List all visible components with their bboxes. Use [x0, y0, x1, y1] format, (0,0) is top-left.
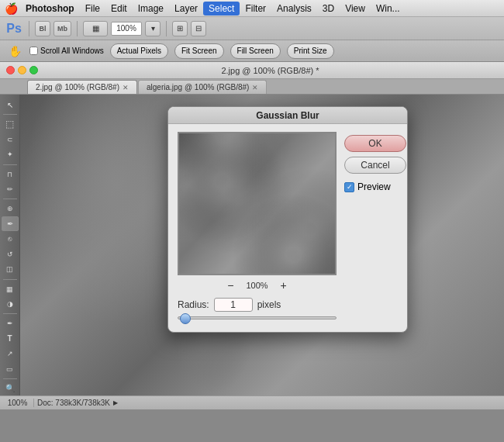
toolbar-sep-2	[77, 21, 78, 36]
preview-checkbox[interactable]: ✓ Preview	[344, 181, 406, 192]
eyedropper-tool[interactable]: ✏	[2, 182, 19, 196]
eraser-tool[interactable]: ◫	[2, 262, 19, 276]
toolbar-zoom-btn[interactable]: ▾	[145, 21, 161, 36]
cancel-button[interactable]: Cancel	[344, 157, 406, 174]
menu-select[interactable]: Select	[203, 2, 240, 16]
tab-algeria-close[interactable]: ✕	[252, 84, 258, 92]
scroll-all-checkbox[interactable]: Scroll All Windows	[29, 47, 104, 55]
tab-algeria[interactable]: algeria.jpg @ 100% (RGB/8#) ✕	[138, 80, 267, 94]
radius-label: Radius:	[178, 299, 209, 310]
slider-thumb[interactable]	[180, 313, 191, 324]
toolbar-sep-3	[166, 21, 167, 36]
tool-sep-5	[3, 313, 17, 314]
maximize-button[interactable]	[29, 66, 38, 74]
radius-row: Radius: pixels	[178, 298, 398, 312]
tool-sep-6	[3, 378, 17, 379]
slider-container	[168, 312, 407, 319]
tab-2jpg-close[interactable]: ✕	[123, 84, 129, 92]
toolbar-btn-mb[interactable]: Mb	[54, 21, 71, 36]
dodge-tool[interactable]: ◑	[2, 297, 19, 311]
toolbar-sep-1	[29, 21, 29, 36]
menu-image[interactable]: Image	[133, 2, 169, 16]
shape-tool[interactable]: ▭	[2, 361, 19, 375]
close-button[interactable]	[6, 66, 15, 74]
hand-tool-icon[interactable]: ✋	[6, 43, 23, 60]
menu-bar: 🍎 Photoshop File Edit Image Layer Select…	[0, 0, 504, 17]
preview-check-icon: ✓	[344, 182, 354, 192]
tabs-bar: 2.jpg @ 100% (RGB/8#) ✕ algeria.jpg @ 10…	[0, 79, 504, 95]
pen-tool[interactable]: ✒	[2, 316, 19, 330]
stamp-tool[interactable]: ⎋	[2, 232, 19, 246]
ok-button[interactable]: OK	[344, 135, 406, 152]
type-tool[interactable]: T	[2, 331, 19, 345]
menu-3d[interactable]: 3D	[317, 2, 340, 16]
photoshop-logo: Ps	[5, 19, 23, 38]
traffic-lights	[6, 66, 38, 74]
tool-sep-4	[3, 279, 17, 280]
radius-section: Radius: pixels	[168, 292, 407, 312]
selection-tool[interactable]: ↖	[2, 98, 19, 112]
path-select-tool[interactable]: ↗	[2, 347, 19, 361]
toolbar-extra-btn2[interactable]: ⊟	[191, 21, 206, 36]
actual-pixels-btn[interactable]: Actual Pixels	[110, 43, 168, 59]
toolbar: Ps Bl Mb ▦ 100% ▾ ⊞ ⊟	[0, 17, 504, 40]
history-brush-tool[interactable]: ↺	[2, 247, 19, 261]
options-bar: ✋ Scroll All Windows Actual Pixels Fit S…	[0, 40, 504, 62]
apple-logo-icon[interactable]: 🍎	[3, 0, 19, 17]
menu-filter[interactable]: Filter	[240, 2, 271, 16]
fit-screen-btn[interactable]: Fit Screen	[174, 43, 224, 59]
menu-view[interactable]: View	[340, 2, 371, 16]
dialog-content: − 100% + OK Cancel ✓ Preview	[168, 124, 407, 292]
radius-input[interactable]	[214, 298, 253, 312]
status-arrow-btn[interactable]: ▶	[113, 399, 118, 406]
window-title-bar: 2.jpg @ 100% (RGB/8#) *	[0, 62, 504, 79]
window-title: 2.jpg @ 100% (RGB/8#) *	[43, 66, 498, 75]
tab-2jpg[interactable]: 2.jpg @ 100% (RGB/8#) ✕	[27, 80, 137, 94]
gaussian-blur-dialog: Gaussian Blur − 100% + OK Cancel ✓	[167, 106, 408, 333]
healing-brush-tool[interactable]: ⊕	[2, 202, 19, 216]
menu-window[interactable]: Win...	[371, 2, 406, 16]
dialog-buttons: OK Cancel ✓ Preview	[344, 132, 406, 292]
tool-sep-3	[3, 199, 17, 199]
toolbar-extra-btn[interactable]: ⊞	[172, 21, 188, 36]
preview-area: − 100% +	[178, 132, 337, 292]
tool-sep-1	[3, 114, 17, 115]
dialog-title-bar: Gaussian Blur	[168, 107, 407, 124]
status-doc-info: Doc: 738k3K/738k3K	[37, 399, 110, 407]
crop-tool[interactable]: ⊓	[2, 167, 19, 181]
toolbar-mode-btn[interactable]: ▦	[83, 21, 108, 36]
print-size-btn[interactable]: Print Size	[287, 43, 334, 59]
status-zoom: 100%	[5, 399, 34, 407]
zoom-display: 100%	[111, 22, 142, 36]
zoom-tool[interactable]: 🔍	[2, 382, 19, 395]
menu-edit[interactable]: Edit	[105, 2, 133, 16]
zoom-minus-btn[interactable]: −	[227, 279, 233, 292]
marquee-tool[interactable]: ⬚	[2, 117, 19, 131]
menu-layer[interactable]: Layer	[169, 2, 203, 16]
left-toolbar: ↖ ⬚ ⊂ ✦ ⊓ ✏ ⊕ ✒ ⎋ ↺ ◫ ▦ ◑ ✒ T ↗ ▭ 🔍	[0, 95, 20, 395]
preview-canvas	[178, 132, 337, 275]
preview-label: Preview	[357, 181, 391, 192]
magic-wand-tool[interactable]: ✦	[2, 147, 19, 161]
brush-tool[interactable]: ✒	[2, 216, 19, 231]
zoom-plus-btn[interactable]: +	[281, 279, 287, 292]
lasso-tool[interactable]: ⊂	[2, 133, 19, 147]
menu-analysis[interactable]: Analysis	[271, 2, 317, 16]
canvas-area: Gaussian Blur − 100% + OK Cancel ✓	[20, 95, 504, 395]
fill-screen-btn[interactable]: Fill Screen	[230, 43, 281, 59]
pixels-label: pixels	[257, 299, 281, 310]
status-bar: 100% Doc: 738k3K/738k3K ▶	[0, 395, 504, 409]
menu-photoshop[interactable]: Photoshop	[20, 2, 80, 16]
scroll-all-label: Scroll All Windows	[40, 47, 104, 55]
scroll-all-input[interactable]	[29, 47, 38, 55]
dialog-title: Gaussian Blur	[256, 110, 319, 121]
gradient-tool[interactable]: ▦	[2, 281, 19, 295]
minimize-button[interactable]	[18, 66, 26, 74]
status-info: Doc: 738k3K/738k3K ▶	[37, 399, 499, 407]
toolbar-btn-bw[interactable]: Bl	[35, 21, 50, 36]
preview-controls: − 100% +	[178, 279, 337, 292]
slider-track[interactable]	[178, 316, 337, 319]
menu-file[interactable]: File	[80, 2, 105, 16]
main-area: ↖ ⬚ ⊂ ✦ ⊓ ✏ ⊕ ✒ ⎋ ↺ ◫ ▦ ◑ ✒ T ↗ ▭ 🔍 Gaus…	[0, 95, 504, 395]
zoom-level-display: 100%	[246, 281, 268, 290]
